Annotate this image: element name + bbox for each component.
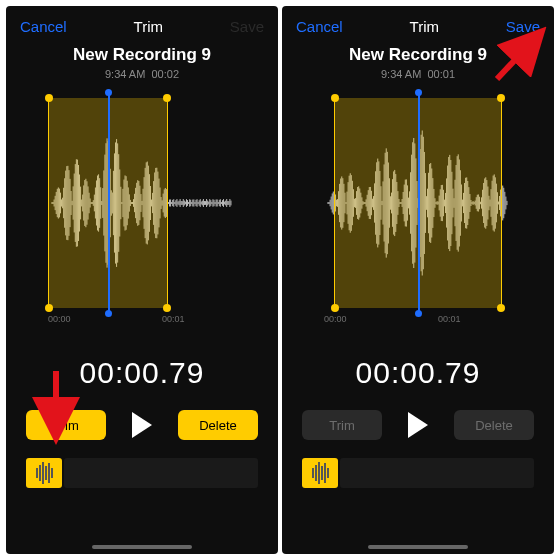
home-indicator (92, 545, 192, 549)
waveform-editor[interactable]: 00:00 00:01 (48, 98, 236, 308)
nav-title: Trim (410, 18, 439, 35)
recording-title: New Recording 9 (6, 45, 278, 65)
playhead[interactable] (418, 92, 420, 314)
trim-button[interactable]: Trim (26, 410, 106, 440)
overview-track (340, 458, 534, 488)
overview-selection[interactable] (26, 458, 62, 488)
recording-title: New Recording 9 (282, 45, 554, 65)
waveform-editor[interactable]: 00:00 00:01 (324, 98, 512, 308)
overview-scrubber[interactable] (282, 458, 554, 488)
recording-subtitle: 9:34 AM 00:02 (6, 68, 278, 80)
cancel-button[interactable]: Cancel (20, 18, 67, 35)
nav-title: Trim (134, 18, 163, 35)
recording-subtitle: 9:34 AM 00:01 (282, 68, 554, 80)
overview-selection[interactable] (302, 458, 338, 488)
phone-right: Cancel Trim Save New Recording 9 9:34 AM… (282, 6, 554, 554)
play-icon[interactable] (132, 412, 152, 438)
timecode: 00:00.79 (6, 356, 278, 390)
save-button: Save (230, 18, 264, 35)
delete-button[interactable]: Delete (178, 410, 258, 440)
time-ruler: 00:00 00:01 (324, 314, 552, 324)
nav-bar: Cancel Trim Save (6, 6, 278, 39)
delete-button: Delete (454, 410, 534, 440)
save-button[interactable]: Save (506, 18, 540, 35)
home-indicator (368, 545, 468, 549)
overview-scrubber[interactable] (6, 458, 278, 488)
playhead[interactable] (108, 92, 110, 314)
cancel-button[interactable]: Cancel (296, 18, 343, 35)
trim-button: Trim (302, 410, 382, 440)
time-ruler: 00:00 00:01 (48, 314, 276, 324)
timecode: 00:00.79 (282, 356, 554, 390)
phone-left: Cancel Trim Save New Recording 9 9:34 AM… (6, 6, 278, 554)
overview-track (64, 458, 258, 488)
play-icon[interactable] (408, 412, 428, 438)
nav-bar: Cancel Trim Save (282, 6, 554, 39)
